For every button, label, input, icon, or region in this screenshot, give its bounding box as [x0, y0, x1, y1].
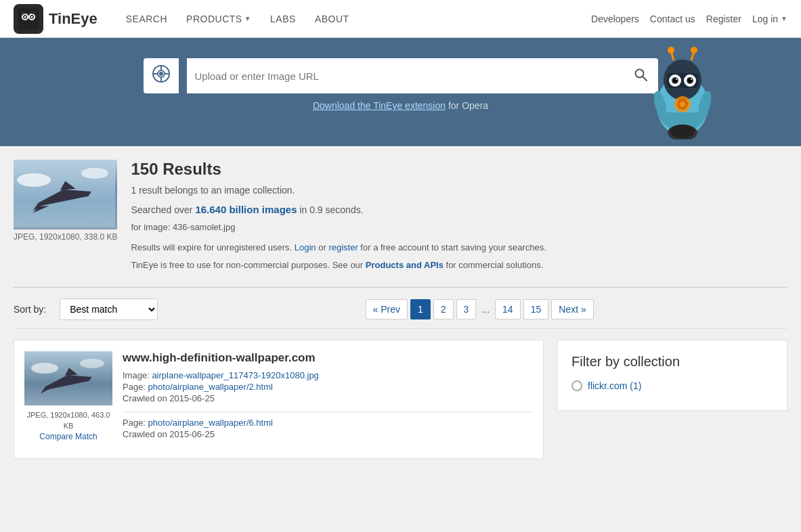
nav-login[interactable]: Log in ▼: [752, 14, 787, 24]
page-dots: ...: [479, 300, 492, 319]
page-15-button[interactable]: 15: [523, 299, 549, 319]
svg-point-26: [691, 79, 692, 80]
notice-text-1: Results will expire for unregistered use…: [131, 240, 787, 255]
sort-select[interactable]: Best match Most changed Biggest image Ne…: [60, 298, 158, 320]
svg-point-47: [80, 359, 104, 368]
sort-page-bar: Sort by: Best match Most changed Biggest…: [14, 288, 787, 329]
results-header: JPEG, 1920x1080, 338.0 KB 150 Results 1 …: [14, 160, 787, 276]
next-page-button[interactable]: Next »: [551, 299, 593, 319]
result-image-link[interactable]: airplane-wallpaper_117473-1920x1080.jpg: [152, 370, 318, 380]
svg-point-37: [680, 102, 685, 107]
filter-box: Filter by collection flickr.com (1): [557, 340, 787, 411]
results-area: JPEG, 1920x1080, 338.0 KB 150 Results 1 …: [0, 146, 801, 483]
nav-contact[interactable]: Contact us: [650, 14, 695, 24]
search-input-wrap: [187, 58, 658, 93]
svg-rect-0: [18, 8, 39, 30]
query-image-thumb: [14, 160, 117, 229]
filter-option: flickr.com (1): [571, 380, 773, 391]
upload-button[interactable]: [144, 58, 179, 93]
result-section-2: Page: photo/airplane_wallpaper/6.html Cr…: [123, 418, 532, 439]
svg-point-30: [691, 47, 697, 53]
upload-icon: [152, 64, 171, 87]
query-image-info: JPEG, 1920x1080, 338.0 KB: [14, 232, 117, 242]
svg-point-40: [81, 168, 108, 179]
results-summary: 150 Results 1 result belongs to an image…: [131, 160, 787, 276]
prev-page-button[interactable]: « Prev: [366, 299, 408, 319]
right-nav: Developers Contact us Register Log in ▼: [591, 14, 787, 24]
page-2-button[interactable]: 2: [433, 299, 454, 319]
sort-label: Sort by:: [14, 304, 46, 315]
svg-point-46: [31, 363, 58, 374]
svg-point-28: [668, 47, 674, 53]
login-link[interactable]: Login: [295, 242, 316, 252]
filter-title: Filter by collection: [571, 354, 773, 370]
filter-option-label: flickr.com (1): [588, 380, 641, 391]
logo-icon: [14, 4, 43, 34]
filter-flickr-link[interactable]: flickr.com (1): [588, 380, 641, 391]
extension-link[interactable]: Download the TinEye extension: [313, 100, 446, 111]
result-image-field: Image: airplane-wallpaper_117473-1920x10…: [123, 370, 532, 380]
search-input[interactable]: [187, 58, 623, 93]
svg-point-25: [676, 79, 677, 80]
top-navigation: TinEye SEARCH PRODUCTS ▼ LABS ABOUT Deve…: [0, 0, 801, 38]
results-list: JPEG, 1920x1080, 463.0 KB Compare Match …: [14, 340, 544, 470]
main-content: JPEG, 1920x1080, 463.0 KB Compare Match …: [14, 329, 787, 470]
result-thumb-col: JPEG, 1920x1080, 463.0 KB Compare Match: [14, 340, 123, 458]
query-image: JPEG, 1920x1080, 338.0 KB: [14, 160, 117, 242]
nav-products[interactable]: PRODUCTS ▼: [178, 8, 259, 30]
svg-rect-6: [32, 12, 35, 14]
results-stats: Searched over 16.640 billion images in 0…: [131, 202, 787, 218]
page-1-button[interactable]: 1: [410, 299, 431, 319]
nav-developers[interactable]: Developers: [591, 14, 639, 24]
hero-inner: [144, 58, 658, 93]
result-page2-field: Page: photo/airplane_wallpaper/6.html: [123, 418, 532, 428]
main-nav: SEARCH PRODUCTS ▼ LABS ABOUT: [118, 8, 591, 30]
notice-text-2: TinEye is free to use for non-commercial…: [131, 258, 787, 273]
compare-match-link[interactable]: Compare Match: [39, 432, 97, 441]
result-section-1: Image: airplane-wallpaper_117473-1920x10…: [123, 370, 532, 403]
result-page-field: Page: photo/airplane_wallpaper/2.html: [123, 382, 532, 392]
result-item: JPEG, 1920x1080, 463.0 KB Compare Match …: [14, 340, 544, 459]
result-page-link[interactable]: photo/airplane_wallpaper/2.html: [148, 382, 273, 392]
filter-radio-flickr[interactable]: [571, 380, 582, 391]
svg-point-3: [24, 16, 26, 18]
nav-search[interactable]: SEARCH: [118, 8, 175, 30]
result-domain: www.high-definition-wallpaper.com: [123, 351, 532, 365]
result-divider: [123, 412, 532, 412]
results-collection-note: 1 result belongs to an image collection.: [131, 183, 787, 198]
result-crawled1: Crawled on 2015-06-25: [123, 393, 532, 403]
svg-point-13: [159, 72, 163, 76]
login-chevron-icon: ▼: [781, 15, 787, 22]
result-page2-link[interactable]: photo/airplane_wallpaper/6.html: [148, 418, 273, 428]
svg-point-4: [31, 16, 33, 18]
nav-labs[interactable]: LABS: [262, 8, 304, 30]
products-chevron-icon: ▼: [244, 15, 251, 22]
nav-register[interactable]: Register: [706, 14, 741, 24]
result-crawled2: Crawled on 2015-06-25: [123, 429, 532, 439]
svg-point-39: [17, 173, 51, 187]
page-3-button[interactable]: 3: [456, 299, 477, 319]
logo-link[interactable]: TinEye: [14, 4, 98, 34]
hero-section: Download the TinEye extension for Opera: [0, 38, 801, 146]
filter-sidebar: Filter by collection flickr.com (1): [557, 340, 787, 470]
results-title: 150 Results: [131, 160, 787, 179]
pagination: « Prev 1 2 3 ... 14 15 Next »: [171, 299, 787, 319]
result-details: www.high-definition-wallpaper.com Image:…: [123, 340, 543, 458]
svg-point-34: [670, 125, 695, 138]
result-thumb-info: JPEG, 1920x1080, 463.0 KB: [25, 409, 112, 432]
robot-mascot: [645, 45, 720, 139]
nav-about[interactable]: ABOUT: [307, 8, 358, 30]
svg-rect-5: [22, 12, 25, 14]
page-14-button[interactable]: 14: [495, 299, 521, 319]
register-link[interactable]: register: [328, 242, 358, 252]
result-thumb-image: [24, 351, 112, 405]
products-apis-link[interactable]: Products and APIs: [366, 260, 443, 270]
results-filename: for image: 436-samolet.jpg: [131, 222, 787, 232]
logo-text: TinEye: [49, 10, 98, 28]
